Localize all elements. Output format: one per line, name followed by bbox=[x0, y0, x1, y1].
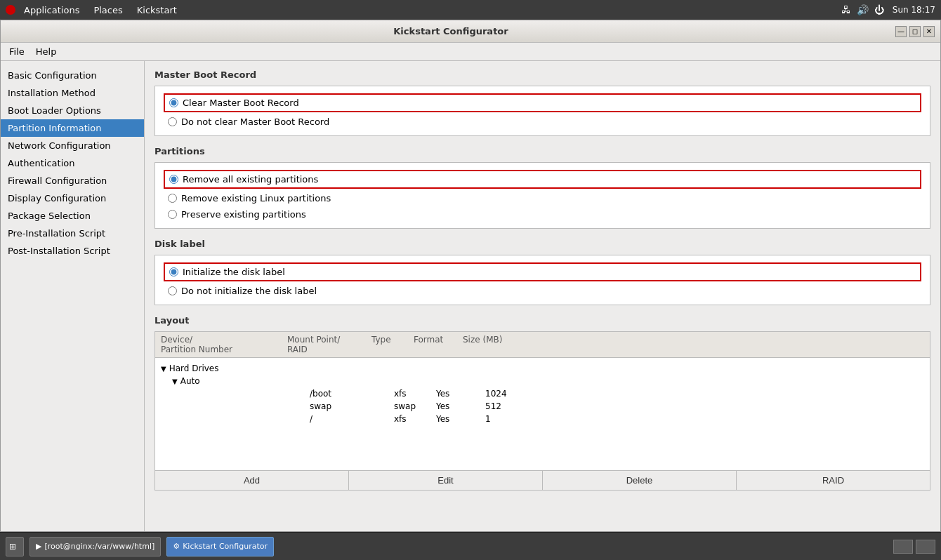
partition-boot-mount: /boot bbox=[310, 389, 394, 399]
partition-row-swap: swap swap Yes 512 bbox=[161, 400, 924, 413]
sidebar-item-display-config[interactable]: Display Configuration bbox=[1, 189, 144, 207]
mbr-label-no-clear: Do not clear Master Boot Record bbox=[181, 116, 329, 127]
top-menu-applications[interactable]: Applications bbox=[18, 4, 85, 17]
main-area: Basic Configuration Installation Method … bbox=[1, 61, 940, 531]
sidebar-item-firewall-config[interactable]: Firewall Configuration bbox=[1, 172, 144, 189]
mbr-section-title: Master Boot Record bbox=[154, 69, 930, 81]
partition-swap-device bbox=[183, 401, 310, 411]
power-icon[interactable]: ⏻ bbox=[874, 4, 884, 15]
mbr-option-clear[interactable]: Clear Master Boot Record bbox=[164, 93, 921, 112]
tree-hard-drives: ▼ Hard Drives bbox=[161, 362, 924, 375]
main-window: Kickstart Configurator — ◻ ✕ File Help B… bbox=[0, 20, 941, 532]
window-titlebar: Kickstart Configurator — ◻ ✕ bbox=[1, 20, 940, 43]
mbr-option-no-clear[interactable]: Do not clear Master Boot Record bbox=[164, 114, 921, 130]
terminal-icon: ▶ bbox=[36, 542, 41, 551]
partition-swap-type: swap bbox=[394, 401, 436, 411]
app-menubar: File Help bbox=[1, 43, 940, 61]
partitions-section: Partitions Remove all existing partition… bbox=[154, 146, 930, 229]
menu-file[interactable]: File bbox=[4, 45, 30, 58]
partition-label-remove-linux: Remove existing Linux partitions bbox=[181, 193, 331, 204]
raid-button[interactable]: RAID bbox=[737, 471, 930, 490]
taskbar-square-1[interactable] bbox=[893, 540, 913, 554]
show-desktop-icon: ⊞ bbox=[9, 542, 16, 552]
clock: Sun 18:17 bbox=[893, 5, 935, 15]
partitions-section-box: Remove all existing partitions Remove ex… bbox=[154, 162, 930, 229]
maximize-button[interactable]: ◻ bbox=[909, 26, 921, 37]
taskbar-show-desktop[interactable]: ⊞ bbox=[6, 537, 24, 556]
taskbar-terminal[interactable]: ▶ [root@nginx:/var/www/html] bbox=[29, 537, 161, 556]
partition-option-remove-all[interactable]: Remove all existing partitions bbox=[164, 170, 921, 189]
hard-drives-arrow: ▼ bbox=[161, 365, 166, 373]
menu-help[interactable]: Help bbox=[30, 45, 62, 58]
partition-option-remove-linux[interactable]: Remove existing Linux partitions bbox=[164, 190, 921, 206]
edit-button[interactable]: Edit bbox=[349, 471, 543, 490]
sidebar-item-boot-loader[interactable]: Boot Loader Options bbox=[1, 102, 144, 119]
partition-swap-format: Yes bbox=[436, 401, 485, 411]
layout-box: Device/ Partition Number Mount Point/ RA… bbox=[154, 331, 930, 491]
layout-action-buttons: Add Edit Delete RAID bbox=[155, 470, 930, 490]
disk-label-label-no-init: Do not initialize the disk label bbox=[181, 286, 317, 296]
sidebar-item-post-install[interactable]: Post-Installation Script bbox=[1, 242, 144, 260]
disk-label-section: Disk label Initialize the disk label Do … bbox=[154, 239, 930, 305]
top-menu-places[interactable]: Places bbox=[88, 4, 128, 17]
volume-icon[interactable]: 🔊 bbox=[857, 4, 869, 15]
partition-boot-format: Yes bbox=[436, 389, 485, 399]
configurator-icon: ⚙ bbox=[173, 542, 180, 551]
sys-icons: 🖧 🔊 ⏻ bbox=[841, 4, 884, 15]
partition-root-format: Yes bbox=[436, 414, 485, 424]
partition-boot-type: xfs bbox=[394, 389, 436, 399]
mbr-radio-clear[interactable] bbox=[169, 98, 178, 107]
sidebar-item-partition-info[interactable]: Partition Information bbox=[1, 119, 144, 137]
sidebar-item-authentication[interactable]: Authentication bbox=[1, 154, 144, 172]
sidebar-item-pre-install[interactable]: Pre-Installation Script bbox=[1, 225, 144, 242]
mbr-section: Master Boot Record Clear Master Boot Rec… bbox=[154, 69, 930, 136]
sidebar-item-installation-method[interactable]: Installation Method bbox=[1, 84, 144, 102]
auto-arrow: ▼ bbox=[172, 378, 178, 385]
sidebar-item-basic-config[interactable]: Basic Configuration bbox=[1, 67, 144, 84]
sidebar-item-network-config[interactable]: Network Configuration bbox=[1, 137, 144, 154]
mbr-radio-no-clear[interactable] bbox=[168, 117, 177, 126]
wm-buttons: — ◻ ✕ bbox=[895, 26, 935, 37]
partitions-section-title: Partitions bbox=[154, 146, 930, 158]
window-title: Kickstart Configurator bbox=[6, 26, 895, 36]
partition-radio-preserve[interactable] bbox=[168, 210, 177, 219]
layout-section-title: Layout bbox=[154, 315, 930, 327]
partition-root-size: 1 bbox=[485, 414, 541, 424]
partition-row-boot: /boot xfs Yes 1024 bbox=[161, 387, 924, 400]
top-menubar: Applications Places Kickstart 🖧 🔊 ⏻ Sun … bbox=[0, 0, 941, 20]
layout-tree-body: ▼ Hard Drives ▼ Auto /boot xfs bbox=[155, 358, 930, 470]
network-icon[interactable]: 🖧 bbox=[841, 4, 851, 15]
taskbar: ⊞ ▶ [root@nginx:/var/www/html] ⚙ Kicksta… bbox=[0, 532, 941, 560]
top-menu-kickstart[interactable]: Kickstart bbox=[131, 4, 183, 17]
col-header-mount: Mount Point/ RAID bbox=[287, 335, 371, 354]
col-header-type: Type bbox=[371, 335, 414, 354]
disk-label-section-title: Disk label bbox=[154, 239, 930, 251]
layout-column-headers: Device/ Partition Number Mount Point/ RA… bbox=[155, 332, 930, 358]
disk-label-option-no-init[interactable]: Do not initialize the disk label bbox=[164, 283, 921, 299]
partition-root-device bbox=[183, 414, 310, 424]
partition-row-root: / xfs Yes 1 bbox=[161, 413, 924, 425]
partition-label-remove-all: Remove all existing partitions bbox=[183, 174, 318, 185]
minimize-button[interactable]: — bbox=[895, 26, 907, 37]
close-button[interactable]: ✕ bbox=[923, 26, 935, 37]
auto-label: Auto bbox=[180, 376, 200, 386]
taskbar-square-2[interactable] bbox=[916, 540, 935, 554]
add-button[interactable]: Add bbox=[155, 471, 349, 490]
taskbar-configurator[interactable]: ⚙ Kickstart Configurator bbox=[166, 537, 274, 556]
disk-label-radio-init[interactable] bbox=[169, 267, 178, 276]
partition-root-mount: / bbox=[310, 414, 394, 424]
partition-radio-remove-all[interactable] bbox=[169, 175, 178, 184]
partition-radio-remove-linux[interactable] bbox=[168, 194, 177, 203]
disk-label-radio-no-init[interactable] bbox=[168, 286, 177, 295]
taskbar-right bbox=[893, 540, 935, 554]
disk-label-section-box: Initialize the disk label Do not initial… bbox=[154, 255, 930, 305]
mbr-label-clear: Clear Master Boot Record bbox=[183, 98, 299, 108]
disk-label-option-init[interactable]: Initialize the disk label bbox=[164, 262, 921, 281]
partition-boot-size: 1024 bbox=[485, 389, 541, 399]
partition-root-type: xfs bbox=[394, 414, 436, 424]
sidebar-item-package-selection[interactable]: Package Selection bbox=[1, 207, 144, 225]
configurator-label: Kickstart Configurator bbox=[183, 542, 268, 551]
top-menu-items: Applications Places Kickstart bbox=[6, 4, 183, 17]
partition-option-preserve[interactable]: Preserve existing partitions bbox=[164, 206, 921, 222]
delete-button[interactable]: Delete bbox=[543, 471, 737, 490]
